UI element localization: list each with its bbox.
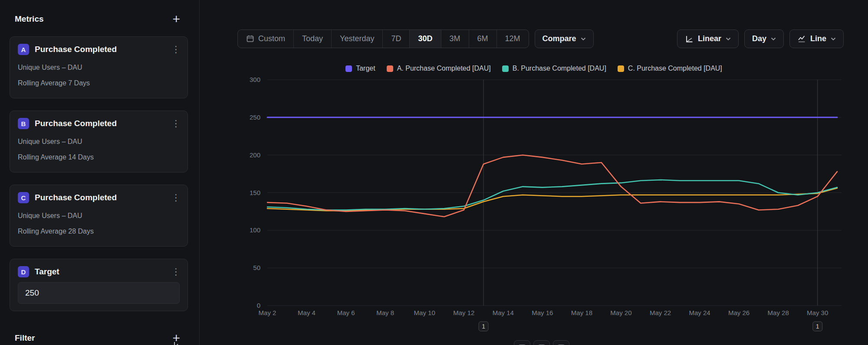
line-chart: 050100150200250300May 2May 4May 6May 8Ma…	[200, 0, 868, 345]
legend-swatch	[387, 65, 393, 72]
metric-card-c[interactable]: C Purchase Completed ⋮ Unique Users – DA…	[10, 185, 188, 247]
compare-button[interactable]: Compare	[535, 29, 594, 48]
metric-measure: Unique Users – DAU	[18, 60, 180, 75]
metric-badge: A	[18, 44, 29, 55]
y-tick-label: 0	[257, 302, 260, 309]
x-tick-label: May 24	[689, 309, 710, 316]
x-tick-label: May 12	[453, 309, 474, 316]
scale-selector-button[interactable]: Linear	[677, 29, 739, 48]
range-today-button[interactable]: Today	[293, 30, 331, 48]
metric-card-header: B Purchase Completed ⋮	[18, 118, 180, 129]
view-table-button[interactable]	[553, 340, 569, 345]
date-range-segmented-control: Custom Today Yesterday 7D 30D 3M 6M 12M	[237, 29, 529, 48]
compare-label: Compare	[542, 34, 576, 43]
range-6m-button[interactable]: 6M	[469, 30, 496, 48]
metric-badge: B	[18, 118, 29, 129]
kebab-menu-icon[interactable]: ⋮	[170, 193, 182, 202]
add-metric-button[interactable]: +	[171, 14, 181, 24]
chart-toolbar: Custom Today Yesterday 7D 30D 3M 6M 12M …	[200, 29, 868, 48]
target-card[interactable]: D Target ⋮	[10, 259, 188, 311]
linear-scale-icon	[685, 35, 694, 43]
range-label: 7D	[391, 34, 401, 43]
range-yesterday-button[interactable]: Yesterday	[331, 30, 382, 48]
range-label: 6M	[477, 34, 488, 43]
x-tick-label: May 22	[650, 309, 671, 316]
legend-item-a[interactable]: A. Purchase Completed [DAU]	[387, 65, 491, 72]
line-chart-icon	[797, 35, 806, 43]
range-30d-button[interactable]: 30D	[409, 30, 441, 48]
view-bar-button[interactable]	[533, 340, 550, 345]
chevron-down-icon	[771, 37, 776, 41]
range-7d-button[interactable]: 7D	[382, 30, 409, 48]
metric-measure: Unique Users – DAU	[18, 208, 180, 224]
annotation-badge[interactable]	[479, 322, 488, 331]
y-tick-label: 300	[250, 76, 260, 83]
metric-rolling-average: Rolling Average 28 Days	[18, 224, 180, 239]
x-tick-label: May 14	[493, 309, 514, 316]
legend-item-target[interactable]: Target	[345, 65, 375, 72]
kebab-menu-icon[interactable]: ⋮	[170, 45, 182, 54]
metric-badge: C	[18, 192, 29, 203]
calendar-icon	[246, 35, 254, 43]
sidebar: Metrics + A Purchase Completed ⋮ Unique …	[0, 0, 200, 345]
kebab-menu-icon[interactable]: ⋮	[170, 119, 182, 128]
legend-label: Target	[356, 65, 375, 72]
toolbar-left: Custom Today Yesterday 7D 30D 3M 6M 12M …	[237, 29, 594, 48]
y-tick-label: 100	[250, 226, 260, 234]
filter-header: Filter	[15, 333, 35, 343]
range-label: 30D	[418, 34, 432, 43]
x-tick-label: May 28	[768, 309, 789, 316]
range-custom-button[interactable]: Custom	[238, 30, 293, 48]
metric-details: Unique Users – DAU Rolling Average 28 Da…	[18, 208, 180, 239]
annotation-badge[interactable]	[813, 322, 822, 331]
range-12m-button[interactable]: 12M	[496, 30, 529, 48]
interval-selector-button[interactable]: Day	[744, 29, 784, 48]
x-tick-label: May 16	[532, 309, 553, 316]
x-tick-label: May 6	[337, 309, 355, 316]
view-chart-button[interactable]	[514, 340, 530, 345]
toolbar-right: Linear Day	[677, 29, 844, 48]
range-3m-button[interactable]: 3M	[441, 30, 469, 48]
x-tick-label: May 10	[414, 309, 435, 316]
range-label: Custom	[258, 34, 285, 43]
chevron-down-icon	[831, 37, 836, 41]
kebab-menu-icon[interactable]: ⋮	[170, 267, 182, 276]
target-value-input[interactable]	[18, 282, 180, 304]
range-label: Today	[302, 34, 323, 43]
x-tick-label: May 4	[298, 309, 316, 316]
metric-title: Purchase Completed	[35, 119, 170, 128]
metric-card-header: A Purchase Completed ⋮	[18, 44, 180, 55]
metric-title: Purchase Completed	[35, 45, 170, 54]
y-tick-label: 150	[250, 189, 260, 196]
x-tick-label: May 8	[376, 309, 394, 316]
legend-item-c[interactable]: C. Purchase Completed [DAU]	[618, 65, 722, 72]
y-tick-label: 250	[250, 114, 260, 121]
scale-label: Linear	[698, 34, 721, 43]
series-line	[267, 188, 837, 211]
annotation-badge-count: 1	[816, 323, 819, 330]
metric-measure: Unique Users – DAU	[18, 134, 180, 150]
app-root: Metrics + A Purchase Completed ⋮ Unique …	[0, 0, 868, 345]
target-card-header: D Target ⋮	[18, 266, 180, 277]
collapse-sidebar-button[interactable]	[172, 339, 185, 345]
chart-type-label: Line	[810, 34, 826, 43]
metrics-header-row: Metrics +	[10, 14, 188, 24]
interval-label: Day	[752, 34, 766, 43]
metric-card-a[interactable]: A Purchase Completed ⋮ Unique Users – DA…	[10, 36, 188, 98]
collapse-left-icon	[172, 340, 185, 345]
bottom-view-toolbar	[514, 340, 569, 345]
x-tick-label: May 18	[571, 309, 592, 316]
legend-label: B. Purchase Completed [DAU]	[513, 65, 606, 72]
chart-type-selector-button[interactable]: Line	[789, 29, 844, 48]
x-tick-label: May 20	[610, 309, 631, 316]
legend-item-b[interactable]: B. Purchase Completed [DAU]	[502, 65, 606, 72]
x-tick-label: May 2	[259, 309, 276, 316]
metrics-header: Metrics	[15, 14, 44, 24]
y-tick-label: 200	[250, 151, 260, 159]
legend-label: C. Purchase Completed [DAU]	[628, 65, 722, 72]
metric-title: Purchase Completed	[35, 193, 170, 202]
metric-card-b[interactable]: B Purchase Completed ⋮ Unique Users – DA…	[10, 111, 188, 172]
chevron-down-icon	[581, 37, 586, 41]
target-title: Target	[35, 267, 170, 277]
series-line	[267, 180, 837, 210]
